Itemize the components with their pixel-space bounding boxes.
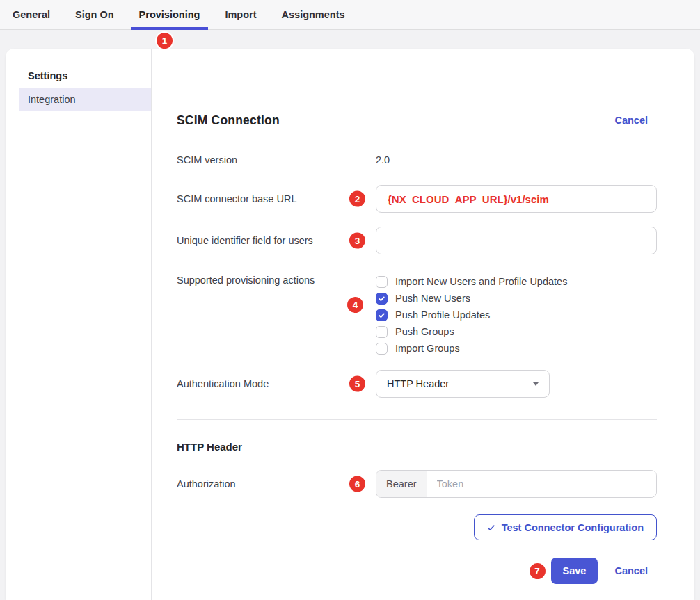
- panel-title: SCIM Connection: [177, 113, 280, 128]
- scim-version-row: SCIM version 2.0: [177, 154, 657, 165]
- checkbox-icon: [376, 293, 388, 305]
- authentication-mode-row: Authentication Mode 5 HTTP Header: [177, 370, 657, 398]
- checkbox-push-new-users[interactable]: Push New Users: [376, 290, 567, 307]
- authentication-mode-value: HTTP Header: [387, 378, 449, 389]
- step-badge-3: 3: [348, 232, 367, 250]
- step-badge-7: 7: [528, 562, 547, 581]
- authorization-row: Authorization 6 Bearer: [177, 470, 657, 498]
- token-input[interactable]: [427, 471, 656, 497]
- provisioning-actions-label: Supported provisioning actions: [177, 273, 376, 286]
- test-connector-row: Test Connector Configuration: [177, 514, 657, 540]
- unique-identifier-row: Unique identifier field for users 3: [177, 227, 657, 254]
- panel-header: SCIM Connection Cancel: [177, 113, 657, 128]
- checkbox-label: Push New Users: [395, 293, 470, 304]
- bearer-prefix: Bearer: [376, 471, 427, 497]
- check-icon: [487, 524, 495, 532]
- tab-assignments[interactable]: Assignments: [269, 0, 358, 29]
- scim-connection-panel: SCIM Connection Cancel SCIM version 2.0 …: [152, 49, 694, 600]
- checkbox-icon: [376, 326, 388, 338]
- checkbox-label: Import Groups: [395, 343, 460, 354]
- step-badge-2: 2: [348, 190, 367, 209]
- checkbox-push-profile-updates[interactable]: Push Profile Updates: [376, 307, 567, 323]
- check-icon: [378, 295, 385, 302]
- tab-sign-on[interactable]: Sign On: [63, 0, 127, 29]
- section-divider: [177, 419, 657, 420]
- unique-identifier-label: Unique identifier field for users: [177, 235, 376, 246]
- unique-identifier-input[interactable]: [376, 227, 657, 254]
- authentication-mode-label: Authentication Mode: [177, 378, 376, 389]
- base-url-row: SCIM connector base URL 2: [177, 185, 657, 213]
- step-badge-6: 6: [348, 475, 367, 494]
- checkbox-import-groups[interactable]: Import Groups: [376, 340, 567, 357]
- checkbox-import-new-users[interactable]: Import New Users and Profile Updates: [376, 273, 567, 290]
- step-badge-1: 1: [155, 31, 174, 50]
- authentication-mode-select[interactable]: HTTP Header: [376, 370, 550, 398]
- cancel-link-bottom[interactable]: Cancel: [614, 565, 648, 576]
- http-header-section-heading: HTTP Header: [177, 441, 657, 453]
- caret-down-icon: [533, 382, 539, 386]
- checkbox-icon: [376, 276, 388, 288]
- sidebar: Settings Integration: [6, 49, 152, 600]
- checkbox-label: Push Profile Updates: [395, 309, 490, 321]
- save-button[interactable]: Save: [551, 558, 598, 584]
- checkbox-label: Import New Users and Profile Updates: [395, 276, 567, 287]
- authorization-label: Authorization: [177, 478, 376, 489]
- provisioning-card: Settings Integration SCIM Connection Can…: [6, 49, 694, 600]
- checkbox-icon: [376, 309, 388, 321]
- tab-provisioning[interactable]: Provisioning: [127, 0, 213, 29]
- scim-version-label: SCIM version: [177, 154, 376, 165]
- scim-base-url-input[interactable]: [376, 185, 657, 213]
- test-connector-button-label: Test Connector Configuration: [502, 522, 644, 533]
- step-badge-5: 5: [348, 375, 367, 394]
- scim-version-value: 2.0: [376, 154, 390, 165]
- provisioning-actions-list: 4 Import New Users and Profile Updates P…: [376, 273, 567, 357]
- check-icon: [378, 311, 385, 319]
- sidebar-item-integration[interactable]: Integration: [19, 88, 151, 111]
- step-badge-4: 4: [346, 295, 365, 314]
- provisioning-actions-row: Supported provisioning actions 4 Import …: [177, 273, 657, 357]
- test-connector-button[interactable]: Test Connector Configuration: [474, 514, 657, 540]
- tab-import[interactable]: Import: [212, 0, 269, 29]
- authorization-input-group: Bearer: [376, 470, 657, 498]
- app-tab-bar: General Sign On Provisioning Import Assi…: [0, 0, 700, 30]
- checkbox-label: Push Groups: [395, 326, 454, 337]
- checkbox-icon: [376, 343, 388, 355]
- base-url-label: SCIM connector base URL: [177, 193, 376, 204]
- checkbox-push-groups[interactable]: Push Groups: [376, 323, 567, 340]
- sidebar-heading: Settings: [28, 70, 151, 81]
- cancel-link-top[interactable]: Cancel: [614, 115, 648, 126]
- tab-general[interactable]: General: [0, 0, 63, 29]
- footer-actions-row: 7 Save Cancel: [177, 558, 657, 584]
